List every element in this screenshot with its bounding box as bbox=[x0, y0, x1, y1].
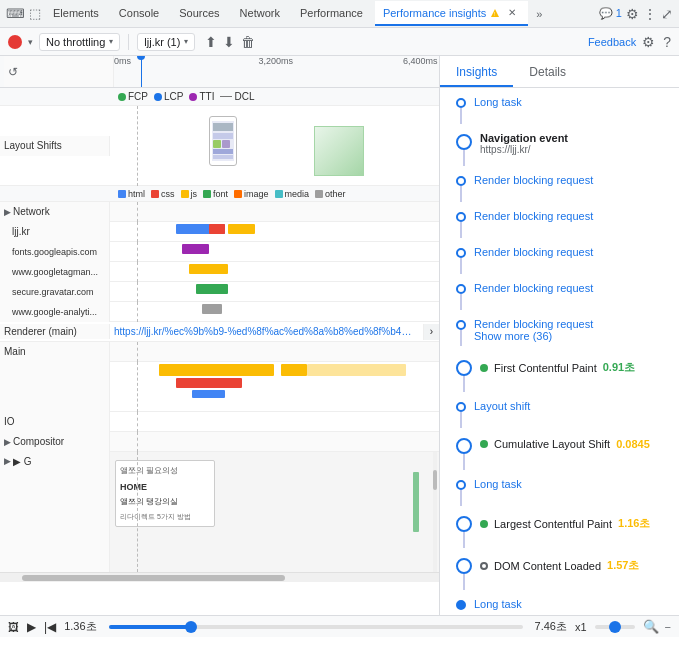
insight-long-task-2: Long task bbox=[456, 478, 671, 506]
tab-insights-active[interactable]: Insights bbox=[440, 59, 513, 87]
render-block-5-link[interactable]: Render blocking request bbox=[474, 318, 671, 330]
dcl-line bbox=[220, 96, 232, 97]
show-more-link[interactable]: Show more (36) bbox=[474, 330, 671, 342]
compositor-label[interactable]: ▶ Compositor bbox=[0, 432, 110, 452]
net-resource-4: secure.gravatar.com bbox=[12, 287, 94, 297]
messages-badge[interactable]: 💬 1 bbox=[599, 7, 622, 20]
net-label-1[interactable]: ljj.kr bbox=[0, 222, 110, 242]
net-resource-3: www.googletagman... bbox=[12, 267, 98, 277]
timeline-scrubber[interactable] bbox=[109, 625, 523, 629]
net-label-5[interactable]: www.google-analyti... bbox=[0, 302, 110, 322]
fcp-legend: FCP bbox=[118, 91, 148, 102]
line-lt2 bbox=[460, 490, 462, 506]
cursor-icon[interactable]: ⌨ bbox=[6, 6, 25, 21]
warning-icon: ! bbox=[490, 8, 500, 18]
undock-icon[interactable]: ⤢ bbox=[661, 6, 673, 22]
start-icon[interactable]: |◀ bbox=[44, 620, 56, 634]
zoom-in-icon[interactable]: 🔍 bbox=[643, 619, 659, 634]
refresh-icon[interactable]: ↺ bbox=[8, 65, 18, 79]
layout-shift-link[interactable]: Layout shift bbox=[474, 400, 671, 412]
kebab-icon[interactable]: ⋮ bbox=[643, 6, 657, 22]
tab-performance[interactable]: Performance bbox=[292, 3, 371, 25]
settings-icon[interactable]: ⚙ bbox=[626, 6, 639, 22]
close-insights-tab[interactable]: ✕ bbox=[504, 5, 520, 20]
net-label-2[interactable]: fonts.googleapis.com bbox=[0, 242, 110, 262]
viewport-preview: 앨쪼의 필요의성 HOME 앨쯔의 탱강의실 리다이렉트 5가지 방법 bbox=[115, 460, 215, 527]
line-dcl bbox=[463, 574, 465, 590]
inspect-icon[interactable]: ⬚ bbox=[29, 6, 41, 21]
net-row-3: www.googletagman... bbox=[0, 262, 439, 282]
long-task-3-link[interactable]: Long task bbox=[474, 598, 671, 610]
long-task-1-link[interactable]: Long task bbox=[474, 96, 671, 108]
lcp-metric-title: Largest Contentful Paint bbox=[494, 518, 612, 530]
leg-html-box bbox=[118, 190, 126, 198]
dot-col-r3 bbox=[456, 246, 466, 274]
tti-dot bbox=[189, 93, 197, 101]
scrubber-thumb[interactable] bbox=[185, 621, 197, 633]
leg-font-box bbox=[203, 190, 211, 198]
record-button[interactable] bbox=[8, 35, 22, 49]
screenshot-icon[interactable]: 🖼 bbox=[8, 621, 19, 633]
tab-elements[interactable]: Elements bbox=[45, 3, 107, 25]
net-resource-1: ljj.kr bbox=[12, 226, 30, 237]
settings-gear-icon[interactable]: ⚙ bbox=[642, 34, 655, 50]
nav-title: Navigation event bbox=[480, 132, 671, 144]
tab-network[interactable]: Network bbox=[232, 3, 288, 25]
more-tabs[interactable]: » bbox=[532, 6, 546, 22]
renderer-url[interactable]: https://ljj.kr/%ec%9b%b9-%ed%8f%ac%ed%8a… bbox=[110, 326, 423, 337]
layout-shifts-label[interactable]: Layout Shifts bbox=[0, 136, 110, 156]
render-block-2-link[interactable]: Render blocking request bbox=[474, 210, 671, 222]
tti-legend: TTI bbox=[189, 91, 214, 102]
net-label-3[interactable]: www.googletagman... bbox=[0, 262, 110, 282]
play-button[interactable]: ▶ bbox=[27, 620, 36, 634]
render-block-4-link[interactable]: Render blocking request bbox=[474, 282, 671, 294]
insights-list[interactable]: Long task Navigation event https://ljj.k… bbox=[440, 88, 679, 615]
url-chip[interactable]: ljj.kr (1) ▾ bbox=[137, 33, 195, 51]
renderer-main-label: Renderer (main) bbox=[0, 324, 110, 339]
long-task-2-link[interactable]: Long task bbox=[474, 478, 671, 490]
record-dropdown-arrow[interactable]: ▾ bbox=[28, 37, 33, 47]
zoom-slider[interactable] bbox=[595, 625, 635, 629]
network-label[interactable]: ▶ Network bbox=[0, 202, 110, 222]
gpu-label[interactable]: ▶ ▶ G bbox=[0, 452, 110, 572]
horizontal-scrollbar[interactable] bbox=[0, 572, 439, 582]
renderer-url-row: Renderer (main) https://ljj.kr/%ec%9b%b9… bbox=[0, 322, 439, 342]
lcp-label: LCP bbox=[164, 91, 183, 102]
renderer-url-arrow[interactable]: › bbox=[423, 324, 439, 340]
insight-render-5: Render blocking request Show more (36) bbox=[456, 318, 671, 350]
throttle-dropdown[interactable]: No throttling ▾ bbox=[39, 33, 120, 51]
tab-console[interactable]: Console bbox=[111, 3, 167, 25]
io-text: IO bbox=[4, 416, 15, 427]
dcl-metric-content: DOM Content Loaded 1.57초 bbox=[480, 556, 671, 577]
tab-sources[interactable]: Sources bbox=[171, 3, 227, 25]
render-block-3-link[interactable]: Render blocking request bbox=[474, 246, 671, 258]
dcl-metric-row: DOM Content Loaded 1.57초 bbox=[480, 558, 671, 573]
download-icon[interactable]: ⬇ bbox=[223, 34, 235, 50]
render-block-1-link[interactable]: Render blocking request bbox=[474, 174, 671, 186]
compositor-vline bbox=[137, 432, 138, 452]
network-header-row[interactable]: ▶ Network bbox=[0, 202, 439, 222]
dot-lt3 bbox=[456, 600, 466, 610]
lcp-metric-content: Largest Contentful Paint 1.16초 bbox=[480, 514, 671, 535]
fcp-metric-content: First Contentful Paint 0.91초 bbox=[480, 358, 671, 379]
tab-details[interactable]: Details bbox=[513, 59, 582, 87]
insight-layout-shift: Layout shift bbox=[456, 400, 671, 428]
tracks-container[interactable]: Layout Shifts bbox=[0, 106, 439, 615]
lcp-metric-dot bbox=[480, 520, 488, 528]
net-vline-5 bbox=[137, 302, 138, 322]
delete-icon[interactable]: 🗑 bbox=[241, 34, 255, 50]
main-track-label: Main bbox=[0, 342, 110, 362]
topbar-icons: 💬 1 ⚙ ⋮ ⤢ bbox=[599, 6, 673, 22]
feedback-link[interactable]: Feedback bbox=[588, 36, 636, 48]
help-icon[interactable]: ? bbox=[663, 34, 671, 50]
zoom-out-icon[interactable]: − bbox=[665, 621, 671, 633]
line-fcp bbox=[463, 376, 465, 392]
upload-icon[interactable]: ⬆ bbox=[205, 34, 217, 50]
line-1 bbox=[460, 108, 462, 124]
zoom-thumb[interactable] bbox=[609, 621, 621, 633]
scrubber-track bbox=[109, 625, 192, 629]
line-r1 bbox=[460, 186, 462, 202]
net-label-4[interactable]: secure.gravatar.com bbox=[0, 282, 110, 302]
tab-insights[interactable]: Performance insights ! ✕ bbox=[375, 1, 528, 26]
url-chip-arrow: ▾ bbox=[184, 37, 188, 46]
